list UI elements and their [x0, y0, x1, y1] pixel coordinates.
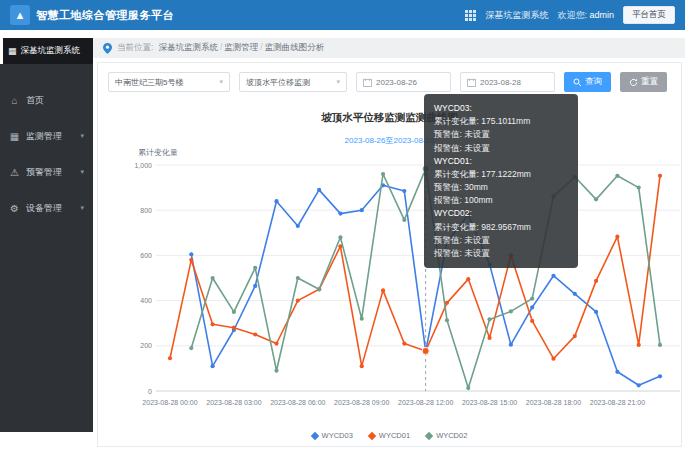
location-pin-icon — [103, 43, 112, 54]
filter-bar: 中南世纪三期5号楼 ▾ 坡顶水平位移监测 ▾ 2023-08-26 — [98, 63, 681, 92]
svg-text:600: 600 — [140, 252, 152, 259]
end-date-value: 2023-08-28 — [480, 78, 521, 87]
end-date-input[interactable]: 2023-08-28 — [460, 72, 555, 92]
chart-title: 坡顶水平位移监测监测曲线图 — [98, 111, 681, 125]
legend-marker-icon — [368, 431, 376, 439]
svg-text:2023-08-28 03:00: 2023-08-28 03:00 — [206, 399, 261, 406]
chevron-down-icon: ▾ — [336, 78, 340, 86]
chevron-down-icon: ▾ — [80, 168, 84, 176]
calendar-icon — [363, 78, 372, 87]
system-grid-icon: ▦ — [8, 46, 17, 56]
legend-label: WYCD01 — [379, 431, 410, 440]
monitor-type-value: 坡顶水平位移监测 — [246, 77, 310, 88]
main-content: 当前位置: 深基坑监测系统/监测管理/监测曲线图分析 中南世纪三期5号楼 ▾ 坡… — [93, 30, 685, 450]
legend-marker-icon — [310, 431, 318, 439]
svg-text:200: 200 — [140, 342, 152, 349]
reset-button[interactable]: 重置 — [620, 72, 667, 92]
welcome-text: 欢迎您: admin — [557, 9, 614, 22]
legend-item-wycd02[interactable]: WYCD02 — [426, 431, 467, 440]
home-icon: ⌂ — [9, 95, 20, 106]
query-button[interactable]: 查询 — [564, 72, 611, 92]
sidebar-item-label: 设备管理 — [26, 202, 62, 215]
breadcrumb-item[interactable]: 监测曲线图分析 — [265, 42, 325, 52]
username: admin — [589, 10, 614, 20]
reset-button-label: 重置 — [641, 76, 658, 88]
breadcrumb-separator: / — [220, 42, 222, 52]
svg-text:800: 800 — [140, 207, 152, 214]
calendar-icon — [467, 78, 476, 87]
sidebar-item-device[interactable]: ⚙设备管理▾ — [0, 190, 93, 226]
sidebar-title: 深基坑监测系统 — [21, 45, 81, 57]
breadcrumb-separator: / — [260, 42, 262, 52]
sidebar-item-label: 首页 — [26, 94, 44, 107]
svg-text:2023-08-28 21:00: 2023-08-28 21:00 — [590, 399, 645, 406]
legend-label: WYCD02 — [436, 431, 467, 440]
top-bar: ▲ 智慧工地综合管理服务平台 深基坑监测系统 欢迎您: admin 平台首页 — [0, 0, 685, 30]
svg-text:2023-08-28 18:00: 2023-08-28 18:00 — [526, 399, 581, 406]
sidebar-item-home[interactable]: ⌂首页 — [0, 82, 93, 118]
search-icon — [573, 78, 582, 87]
topbar-right: 深基坑监测系统 欢迎您: admin 平台首页 — [465, 6, 675, 24]
project-select-value: 中南世纪三期5号楼 — [115, 77, 183, 88]
monitor-icon: ▦ — [9, 131, 20, 142]
svg-text:1,000: 1,000 — [134, 162, 152, 169]
apps-grid-icon[interactable] — [465, 10, 476, 21]
sidebar: ▦ 深基坑监测系统 ⌂首页▦监测管理▾⚠预警管理▾⚙设备管理▾ — [0, 38, 93, 432]
start-date-input[interactable]: 2023-08-26 — [356, 72, 451, 92]
alert-icon: ⚠ — [9, 167, 20, 178]
sidebar-item-label: 监测管理 — [26, 130, 62, 143]
monitor-type-select[interactable]: 坡顶水平位移监测 ▾ — [239, 72, 347, 92]
breadcrumb: 当前位置: 深基坑监测系统/监测管理/监测曲线图分析 — [93, 38, 685, 58]
breadcrumb-item[interactable]: 监测管理 — [224, 42, 258, 52]
chart-legend: WYCD03WYCD01WYCD02 — [98, 431, 681, 440]
legend-marker-icon — [425, 431, 433, 439]
sidebar-item-monitor[interactable]: ▦监测管理▾ — [0, 118, 93, 154]
refresh-icon — [629, 78, 638, 87]
welcome-label: 欢迎您: — [557, 10, 587, 20]
svg-text:0: 0 — [148, 388, 152, 395]
svg-text:2023-08-28 09:00: 2023-08-28 09:00 — [334, 399, 389, 406]
query-button-label: 查询 — [585, 76, 602, 88]
page: ▲ 智慧工地综合管理服务平台 深基坑监测系统 欢迎您: admin 平台首页 ▦… — [0, 0, 685, 450]
sidebar-header: ▦ 深基坑监测系统 — [0, 38, 93, 64]
start-date-value: 2023-08-26 — [376, 78, 417, 87]
sidebar-menu: ⌂首页▦监测管理▾⚠预警管理▾⚙设备管理▾ — [0, 64, 93, 226]
line-chart[interactable]: 02004006008001,0002023-08-28 00:002023-0… — [106, 153, 684, 415]
app-logo-icon: ▲ — [10, 5, 30, 25]
legend-item-wycd01[interactable]: WYCD01 — [369, 431, 410, 440]
sidebar-item-label: 预警管理 — [26, 166, 62, 179]
chart-date-range-link[interactable]: 2023-08-26至2023-08-28 — [98, 135, 681, 146]
svg-text:2023-08-28 06:00: 2023-08-28 06:00 — [270, 399, 325, 406]
chevron-down-icon: ▾ — [219, 78, 223, 86]
svg-text:2023-08-28 00:00: 2023-08-28 00:00 — [142, 399, 197, 406]
content-panel: 中南世纪三期5号楼 ▾ 坡顶水平位移监测 ▾ 2023-08-26 — [97, 62, 682, 447]
breadcrumb-prefix: 当前位置: — [117, 42, 153, 54]
portal-home-button[interactable]: 平台首页 — [623, 6, 675, 24]
breadcrumb-item[interactable]: 深基坑监测系统 — [158, 42, 218, 52]
app-title: 智慧工地综合管理服务平台 — [36, 8, 174, 23]
svg-text:400: 400 — [140, 297, 152, 304]
chevron-down-icon: ▾ — [80, 204, 84, 212]
legend-item-wycd03[interactable]: WYCD03 — [312, 431, 353, 440]
current-system-label[interactable]: 深基坑监测系统 — [485, 9, 548, 22]
sidebar-item-warning[interactable]: ⚠预警管理▾ — [0, 154, 93, 190]
svg-text:2023-08-28 12:00: 2023-08-28 12:00 — [398, 399, 453, 406]
legend-label: WYCD03 — [322, 431, 353, 440]
device-icon: ⚙ — [9, 203, 20, 214]
chevron-down-icon: ▾ — [80, 132, 84, 140]
project-select[interactable]: 中南世纪三期5号楼 ▾ — [108, 72, 230, 92]
svg-text:2023-08-28 15:00: 2023-08-28 15:00 — [462, 399, 517, 406]
breadcrumb-items: 深基坑监测系统/监测管理/监测曲线图分析 — [158, 42, 324, 54]
